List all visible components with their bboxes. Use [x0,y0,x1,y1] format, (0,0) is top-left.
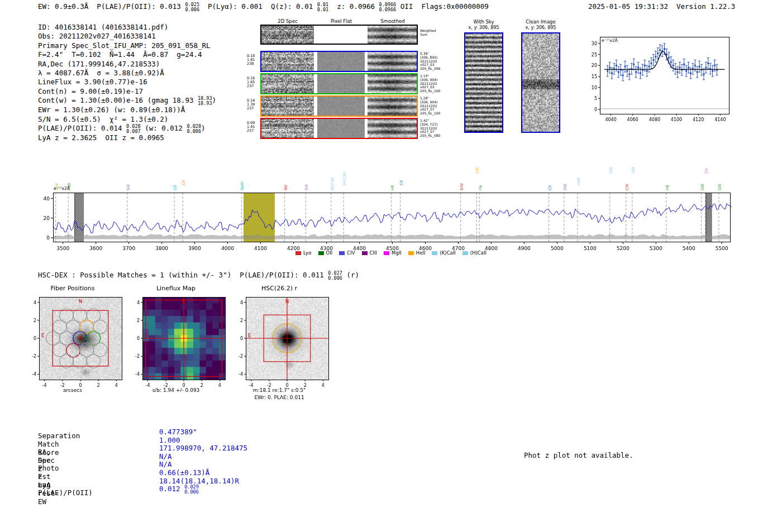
spec2d-sm-image [368,97,417,116]
text-segment: 0.012 [159,485,184,493]
hsc-caption-1: m:18.1 re:1.7" s:0.5" [227,387,332,393]
legend-swatch [295,251,301,255]
emission-line-label: SiII [304,184,309,190]
spec2d-fiber-row [260,51,418,72]
emission-line-label: OII [173,185,178,190]
emission-line-label: OII [704,168,709,174]
hsc-caption-2: EWr: 0. PLAE: 0.011 [227,395,332,400]
emission-line-label: CIV [625,184,630,190]
spec2d-fiber-row [260,73,418,94]
fiber-row-weights: 0.161.65237 [247,76,259,88]
spec2d-2d-image [261,26,314,44]
text-segment: 0.66(±0.13)Å [159,468,209,477]
spec2d-2d-image [261,119,314,138]
legend-item: CIV [339,250,355,256]
emission-line-label: OIII [563,184,568,190]
fiber-row-info: 1.28"(306, 904)20211202v027_07205_RL_100 [420,97,446,116]
emission-line-label: CII [399,180,404,185]
legend-label: (K)CaII [440,250,455,256]
legend-swatch [318,251,324,255]
emission-line-label: CII [182,180,186,185]
photz-unavailable-note: Phot z plot not available. [524,451,633,459]
spec2d-fiber-row [260,95,418,117]
match-field-value: 1.000 [159,436,180,444]
spec2d-flat-image [317,74,365,93]
match-field-value: N/A [159,452,172,461]
emission-line-label: (H)CaII [342,172,347,185]
match-field-label: Separation [38,432,80,440]
weighted-sum-label: WeightedSum [420,29,446,37]
spec2d-sm-image [368,52,417,71]
text-segment: 1.000 [159,436,180,444]
text-segment: 171.998970, 47.218475 [159,444,247,452]
text-segment: 18.14(18.14,18.14)R [159,477,239,485]
legend-item: CIII [362,250,377,256]
spectrum-units-label: e⁻¹⁷x2Å [54,186,70,191]
fiber-row-weights: 0.141.39237 [247,99,259,111]
fiber-row-info: 1.14"(306, 904)20211202v027_03205_RL_100 [420,74,446,93]
lineflux-map-title: Lineflux Map [123,285,228,292]
legend-swatch [384,251,389,255]
emission-line-label: CII [548,185,552,190]
stacked-uncertainty: 0.0270.006 [328,271,342,280]
match-field-value: 0.66(±0.13)Å [159,468,209,477]
emission-line-label: NeIII [240,181,245,190]
legend-label: OII [326,250,333,256]
legend-swatch [408,251,414,255]
lineflux-map-image [123,294,228,389]
emission-line-label: OIII [631,167,636,174]
spec2d-flat-image [317,119,365,138]
legend-label: (H)CaII [470,250,487,256]
fiber-row-info: 1.42"(304, 727)20211202v027_07205_RL_080 [420,119,446,138]
legend-item: HeII [408,250,426,256]
spec2d-sm-image [368,26,417,44]
text-segment: N/A [159,452,172,461]
legend-label: CIII [370,250,377,256]
fiber-positions-image [20,294,125,389]
lineflux-caption: s/b: 1.94 +/- 0.093 [123,387,228,393]
legend-label: Lyα [303,250,312,256]
text-segment: N/A [159,460,172,468]
legend-item: (H)CaII [462,250,487,256]
spectrum-legend: LyαOIICIVCIIIMgIIHeII(K)CaII(H)CaII [257,250,525,256]
spec2d-sm-image [368,74,417,93]
text-segment: (r) [342,271,359,279]
spec2d-2d-image [261,74,314,93]
hsc-dex-summary-line: HSC-DEX : Possible Matches = 1 (within +… [38,271,359,280]
legend-swatch [462,251,468,255]
fiber-row-info: 0.39"(306, 895)20211202v027_03205_RL_099 [420,52,446,71]
emission-line-label: OIII [700,184,705,190]
match-field-value: 18.14(18.14,18.14)R [159,477,239,485]
legend-label: MgII [392,250,402,256]
fiber-row-weights: 0.181.81238 [247,54,259,66]
emission-line-label: SiIV [460,183,464,190]
emission-line-label: CIII [475,167,480,174]
emission-line-label: (K)CaII [330,178,335,190]
match-field-label: P(LAE)/P(OII) [38,488,93,497]
spec2d-weighted-row [260,25,418,45]
spec2d-fiber-row [260,118,418,139]
text-segment: 0.477389" [159,428,197,436]
text-segment: HSC-DEX : Possible Matches = 1 (within +… [38,271,328,279]
match-field-value: 0.477389" [159,428,197,436]
hsc-cutout-title: HSC(26.2) r [227,285,332,292]
emission-line-label: Hγ [478,185,483,190]
hsc-cutout-image [227,294,332,389]
emission-line-label: NV [284,185,288,190]
emission-line-label: OIII [718,184,722,190]
match-field-value: 0.012 0.0290.006 [159,485,199,494]
emission-line-label: OIII [609,167,613,174]
spec2d-2d-image [261,97,314,116]
legend-label: HeII [416,250,426,256]
elixer-report-page: EW: 0.9±0.3Å P(LAE)/P(OII): 0.013 0.0250… [0,0,782,532]
emission-line-label: Hδ [390,185,395,190]
legend-item: (K)CaII [432,250,455,256]
spec2d-2d-image [261,52,314,71]
spec2d-sm-image [368,119,417,138]
legend-swatch [432,251,437,255]
legend-item: MgII [384,250,402,256]
stacked-uncertainty: 0.0290.006 [184,485,199,494]
match-field-label: mag [38,481,51,489]
fiber-row-weights: 0.091.41257 [247,121,259,133]
match-field-value: 171.998970, 47.218475 [159,444,247,452]
